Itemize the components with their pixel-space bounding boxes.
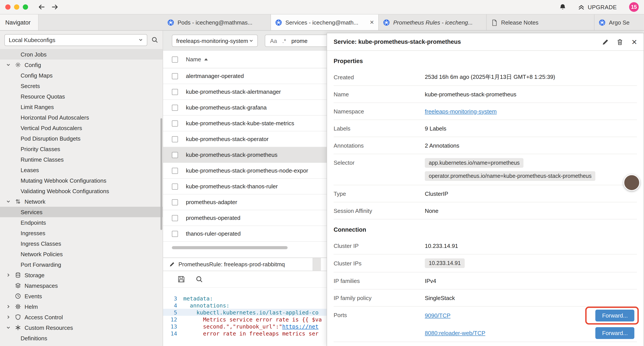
sidebar-item-definitions[interactable]: Definitions	[0, 333, 163, 343]
row-checkbox[interactable]	[172, 73, 178, 79]
close-details-icon[interactable]: ×	[632, 37, 637, 46]
tab-argo-se[interactable]: Argo Se	[594, 14, 644, 30]
row-checkbox[interactable]	[172, 199, 178, 205]
tab-services-icecheng-math[interactable]: Services - icecheng@math...×	[271, 14, 379, 30]
chevron-down-icon[interactable]	[6, 63, 15, 67]
sidebar-item-leases[interactable]: Leases	[0, 165, 163, 175]
sidebar-item-events[interactable]: Events	[0, 291, 163, 301]
close-window-button[interactable]	[5, 4, 10, 10]
namespace-link[interactable]: freeleaps-monitoring-system	[425, 108, 497, 114]
helm-icon	[15, 304, 24, 310]
sidebar-item-label: Leases	[20, 167, 39, 173]
maximize-window-button[interactable]	[23, 4, 28, 10]
row-checkbox[interactable]	[172, 183, 178, 189]
chevron-down-icon[interactable]	[6, 326, 15, 330]
sidebar-item-horizontal-pod-autoscalers[interactable]: Horizontal Pod Autoscalers	[0, 112, 163, 123]
row-checkbox[interactable]	[172, 120, 178, 126]
line-number: 4	[163, 302, 183, 309]
delete-resource-icon[interactable]	[616, 38, 623, 45]
sidebar-item-priority-classes[interactable]: Priority Classes	[0, 144, 163, 154]
sidebar-item-resource-quotas[interactable]: Resource Quotas	[0, 91, 163, 102]
sidebar-item-mutating-webhook-configurations[interactable]: Mutating Webhook Configurations	[0, 175, 163, 186]
detail-value-text: 9 Labels	[425, 125, 446, 132]
row-checkbox[interactable]	[172, 104, 178, 111]
sidebar-item-pod-disruption-budgets[interactable]: Pod Disruption Budgets	[0, 133, 163, 144]
editor-search-icon[interactable]	[196, 276, 203, 283]
port-link[interactable]: 8080:reloader-web/TCP	[425, 330, 485, 336]
match-case-toggle[interactable]: Aa	[270, 37, 277, 44]
namespace-filter-value: freeleaps-monitoring-system	[176, 37, 248, 44]
horizontal-scrollbar[interactable]	[172, 246, 288, 249]
row-checkbox[interactable]	[172, 168, 178, 174]
sidebar-scrollbar[interactable]	[160, 118, 162, 230]
sidebar-item-access-control[interactable]: Access Control	[0, 312, 163, 322]
sidebar-item-vertical-pod-autoscalers[interactable]: Vertical Pod Autoscalers	[0, 123, 163, 133]
namespace-filter[interactable]: freeleaps-monitoring-system	[172, 34, 258, 47]
sidebar-item-ingress-classes[interactable]: Ingress Classes	[0, 238, 163, 249]
kubeconfig-selector[interactable]: Local Kubeconfigs	[4, 34, 147, 46]
annotation-highlight: Forward...	[596, 310, 634, 321]
name-column-header[interactable]: Name	[186, 56, 208, 63]
port-link[interactable]: 9090/TCP	[425, 312, 450, 319]
sidebar-item-network-policies[interactable]: Network Policies	[0, 249, 163, 259]
chevron-right-icon[interactable]	[6, 304, 15, 309]
code-text: second.","runbook_url":"https://net	[183, 323, 318, 330]
user-avatar[interactable]	[624, 174, 640, 191]
detail-value: ClusterIP	[425, 190, 637, 197]
sidebar-item-network[interactable]: Network	[0, 196, 163, 207]
select-all-checkbox[interactable]	[172, 56, 178, 62]
forward-button[interactable]: Forward...	[596, 327, 634, 339]
save-icon[interactable]	[178, 276, 185, 283]
dock-tab-prometheusrule[interactable]: PrometheusRule: freeleaps-prod-rabbitmq	[163, 258, 313, 271]
tab-pods-icecheng-mathmas[interactable]: Pods - icecheng@mathmas...	[163, 14, 271, 30]
chevron-right-icon[interactable]	[6, 273, 15, 277]
sidebar-item-label: Namespaces	[24, 282, 58, 289]
sidebar-item-label: Helm	[24, 303, 38, 310]
navigator-search-icon[interactable]	[151, 36, 158, 43]
code-token: metadata:	[183, 295, 213, 302]
chevron-down-icon[interactable]	[6, 199, 15, 204]
back-button[interactable]	[38, 3, 46, 11]
row-checkbox[interactable]	[172, 89, 178, 95]
upgrade-button[interactable]: UPGRADE	[578, 3, 617, 10]
value-badge: app.kubernetes.io/name=prometheus	[425, 158, 524, 168]
regex-toggle[interactable]: .*	[282, 37, 286, 44]
tab-release-notes[interactable]: Release Notes	[486, 14, 594, 30]
sidebar-item-storage[interactable]: Storage	[0, 270, 163, 280]
sidebar-item-ingresses[interactable]: Ingresses	[0, 228, 163, 238]
row-checkbox[interactable]	[172, 215, 178, 221]
notification-count-badge[interactable]: 15	[629, 2, 639, 12]
row-checkbox[interactable]	[172, 152, 178, 158]
forward-button[interactable]	[51, 3, 59, 11]
notifications-bell-icon[interactable]	[559, 3, 566, 11]
sidebar-item-secrets[interactable]: Secrets	[0, 81, 163, 91]
sidebar-item-config[interactable]: Config	[0, 59, 163, 70]
sidebar-item-endpoints[interactable]: Endpoints	[0, 217, 163, 228]
chevron-right-icon[interactable]	[6, 315, 15, 319]
sidebar-item-services[interactable]: Services	[0, 207, 163, 217]
detail-value-text: SingleStack	[425, 295, 455, 301]
navigator-header[interactable]: Navigator	[0, 14, 38, 30]
edit-resource-icon[interactable]	[602, 38, 609, 45]
service-name: kube-prometheus-stack-kube-state-metrics	[186, 120, 294, 127]
close-tab-icon[interactable]: ×	[370, 19, 374, 26]
sidebar-item-label: Network	[24, 198, 45, 205]
layers-icon	[15, 283, 24, 289]
sidebar-item-runtime-classes[interactable]: Runtime Classes	[0, 154, 163, 165]
sidebar-item-helm[interactable]: Helm	[0, 301, 163, 312]
row-checkbox[interactable]	[172, 231, 178, 237]
forward-button[interactable]: Forward...	[596, 310, 634, 321]
sidebar-item-namespaces[interactable]: Namespaces	[0, 280, 163, 291]
sidebar-item-config-maps[interactable]: Config Maps	[0, 70, 163, 81]
minimize-window-button[interactable]	[14, 4, 19, 10]
sidebar-item-limit-ranges[interactable]: Limit Ranges	[0, 102, 163, 112]
detail-value-text: None	[425, 207, 438, 214]
sidebar-item-validating-webhook-configurations[interactable]: Validating Webhook Configurations	[0, 186, 163, 196]
row-checkbox[interactable]	[172, 136, 178, 142]
sidebar-item-custom-resources[interactable]: Custom Resources	[0, 322, 163, 333]
sidebar-item-port-forwarding[interactable]: Port Forwarding	[0, 259, 163, 270]
sidebar-item-cron-jobs[interactable]: Cron Jobs	[0, 49, 163, 59]
tab-prometheus-rules-icecheng[interactable]: Prometheus Rules - icecheng...	[379, 14, 486, 30]
code-text: Metrics service error rate is {{ $va	[183, 316, 322, 323]
detail-label-text: Annotations	[334, 142, 364, 149]
